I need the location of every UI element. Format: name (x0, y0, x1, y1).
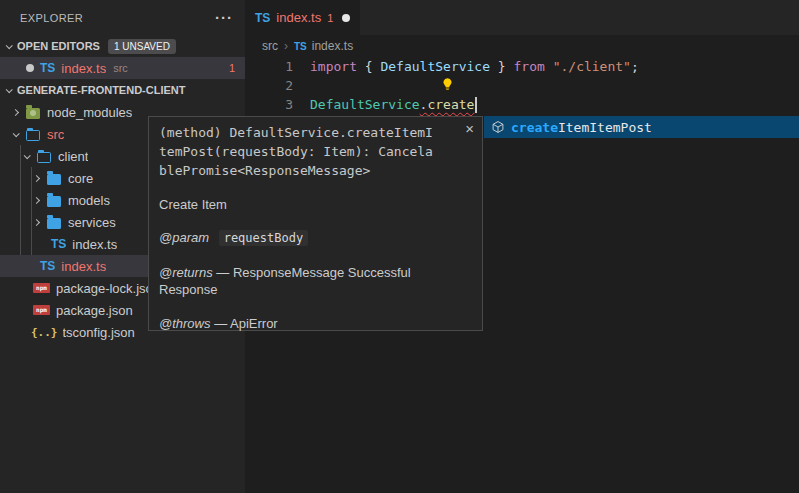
tree-item-label: node_modules (47, 105, 132, 120)
open-editor-path: src (113, 62, 128, 74)
chevron-separator-icon: › (284, 39, 288, 53)
throws-text: — ApiError (214, 316, 278, 331)
keyword-from: from (514, 59, 553, 74)
line-number: 1 (245, 59, 293, 74)
explorer-title: EXPLORER (20, 12, 215, 24)
error-count-badge: 1 (229, 62, 235, 74)
typescript-file-icon: TS (255, 11, 270, 25)
project-section[interactable]: GENERATE-FRONTEND-CLIENT (0, 79, 245, 101)
json-config-icon: {..} (31, 326, 58, 339)
folder-open-icon (26, 130, 40, 141)
throws-tag: @throws (159, 316, 211, 331)
open-editor-filename: index.ts (61, 61, 106, 76)
signature-line: (method) DefaultService.createItemI (159, 123, 472, 142)
node-modules-folder-icon (26, 108, 40, 119)
folder-icon (47, 174, 61, 185)
unsaved-dot-icon[interactable] (26, 64, 34, 72)
folder-icon (47, 196, 61, 207)
param-tag: @param (159, 230, 209, 245)
tree-item-label: package.json (56, 303, 133, 318)
text-cursor (475, 97, 477, 113)
semicolon: ; (631, 59, 639, 74)
tab-bar: TS index.ts 1 (245, 0, 799, 35)
chevron-down-icon[interactable] (13, 130, 20, 137)
chevron-down-icon[interactable] (6, 42, 13, 49)
tree-item-label: index.ts (61, 259, 106, 274)
breadcrumb: src › TS index.ts (245, 35, 799, 57)
code-line-2[interactable]: 2 (245, 76, 799, 95)
chevron-right-icon[interactable] (12, 108, 19, 115)
chevron-right-icon[interactable] (33, 218, 40, 225)
tree-item-label: src (47, 127, 64, 142)
doc-param-row: @param requestBody (159, 229, 472, 247)
suggestion-rest-text: ItemItemPost (558, 120, 652, 135)
open-editor-item[interactable]: TS index.ts src 1 (0, 57, 245, 79)
npm-icon: npm (33, 283, 50, 293)
tree-item-label: client (58, 149, 88, 164)
breadcrumb-file[interactable]: index.ts (312, 39, 353, 53)
unsaved-badge: 1 UNSAVED (108, 39, 176, 54)
close-icon[interactable]: × (465, 121, 474, 136)
line-number: 2 (245, 78, 293, 93)
suggestion-item-selected[interactable]: createItemItemPost (484, 116, 799, 138)
signature-line: blePromise<ResponseMessage> (159, 161, 472, 180)
chevron-right-icon[interactable] (33, 196, 40, 203)
signature-line: temPost(requestBody: Item): Cancela (159, 142, 472, 161)
npm-icon: npm (33, 305, 50, 315)
open-editors-section[interactable]: OPEN EDITORS 1 UNSAVED (0, 35, 245, 57)
tree-item-label: package-lock.json (56, 281, 160, 296)
breadcrumb-folder[interactable]: src (262, 39, 278, 53)
suggestion-match-text: create (511, 120, 558, 135)
folder-open-icon (37, 152, 51, 163)
tree-item-label: services (68, 215, 116, 230)
code-line-3[interactable]: 3 DefaultService.create (245, 95, 799, 114)
line-number: 3 (245, 97, 293, 112)
tab-filename: index.ts (276, 10, 321, 25)
service-object: DefaultService (310, 97, 420, 112)
chevron-down-icon[interactable] (6, 86, 13, 93)
code-area[interactable]: 1 import { DefaultService } from "./clie… (245, 57, 799, 114)
chevron-right-icon[interactable] (33, 174, 40, 181)
typescript-file-icon: TS (40, 259, 55, 273)
chevron-down-icon[interactable] (24, 152, 31, 159)
doc-summary: Create Item (159, 197, 472, 212)
tree-item-label: models (68, 193, 110, 208)
unsaved-dot-icon[interactable] (342, 14, 350, 22)
param-name-chip: requestBody (219, 230, 308, 246)
tree-item-label: core (68, 171, 93, 186)
folder-icon (47, 218, 61, 229)
more-actions-icon[interactable]: ··· (215, 9, 233, 26)
method-signature: (method) DefaultService.createItemI temP… (159, 123, 472, 180)
tree-item-label: tsconfig.json (63, 325, 135, 340)
vscode-window: EXPLORER ··· OPEN EDITORS 1 UNSAVED TS i… (0, 0, 799, 493)
suggestion-details-popup: × (method) DefaultService.createItemI te… (148, 116, 483, 331)
typed-member-with-error: create (427, 97, 474, 112)
project-name-label: GENERATE-FRONTEND-CLIENT (17, 84, 185, 96)
method-symbol-icon (491, 120, 505, 134)
doc-returns-row: @returns — ResponseMessage Successful Re… (159, 264, 472, 298)
returns-tag: @returns (159, 265, 213, 280)
typescript-file-icon: TS (40, 61, 55, 75)
tree-item-label: index.ts (72, 237, 117, 252)
doc-throws-row: @throws — ApiError (159, 315, 472, 332)
brace: } (490, 59, 513, 74)
open-editors-label: OPEN EDITORS (17, 40, 100, 52)
module-path-string: "./client" (553, 59, 631, 74)
tab-index-ts[interactable]: TS index.ts 1 (245, 0, 360, 35)
tab-error-count: 1 (327, 12, 333, 24)
typescript-file-icon: TS (51, 237, 66, 251)
explorer-header: EXPLORER ··· (0, 0, 245, 35)
typescript-file-icon: TS (294, 41, 307, 52)
